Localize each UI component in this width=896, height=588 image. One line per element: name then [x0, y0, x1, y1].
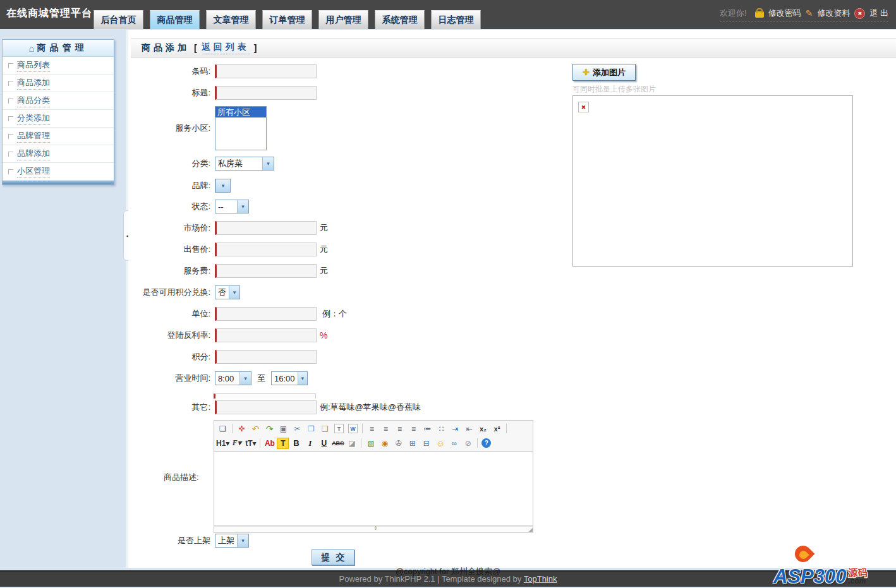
subscript-icon[interactable]: x₂ — [476, 423, 490, 435]
logout-link[interactable]: 退 出 — [869, 8, 888, 19]
home-icon: ⌂ — [28, 43, 34, 54]
sidebar-item-product-category[interactable]: 商品分类 — [3, 92, 114, 110]
unlink-icon[interactable]: ⊘ — [461, 437, 475, 449]
paste-word-icon[interactable]: W — [348, 424, 358, 433]
underline-icon[interactable]: U — [317, 437, 330, 449]
align-center-icon[interactable]: ≡ — [379, 423, 392, 435]
brand-select[interactable]: ▾ — [215, 179, 231, 193]
paste-source-icon[interactable]: ❏ — [216, 423, 229, 435]
unordered-list-icon[interactable]: ∷ — [435, 423, 448, 435]
community-label: 服务小区: — [130, 123, 215, 134]
tab-products[interactable]: 商品管理 — [150, 10, 200, 29]
market-price-input[interactable] — [215, 221, 317, 235]
print-icon[interactable]: ▣ — [277, 423, 290, 435]
hours-to-select[interactable]: 16:00 ▾ — [271, 371, 308, 385]
status-select[interactable]: -- ▾ — [215, 200, 249, 213]
editor-resize-bar[interactable]: ⇕ ◢ — [214, 526, 533, 533]
tab-system[interactable]: 系统管理 — [375, 10, 425, 29]
font-size-icon[interactable]: tT▾ — [244, 437, 257, 449]
change-profile-link[interactable]: 修改资料 — [817, 8, 850, 19]
description-label: 商品描述: — [164, 472, 199, 483]
plus-icon: ✚ — [583, 68, 590, 77]
heading-icon[interactable]: H1▾ — [216, 437, 229, 449]
sidebar-item-product-list[interactable]: 商品列表 — [3, 57, 114, 75]
sell-price-input[interactable] — [215, 243, 317, 256]
hours-from-select[interactable]: 8:00 ▾ — [215, 371, 251, 385]
tab-dashboard[interactable]: 后台首页 — [94, 10, 143, 29]
align-justify-icon[interactable]: ≡ — [407, 423, 420, 435]
category-select[interactable]: 私房菜 ▾ — [215, 157, 274, 171]
indent-icon[interactable]: ⇥ — [449, 423, 462, 435]
redo-icon[interactable]: ↷ — [263, 423, 276, 435]
description-editor: ❏ ✜ ↶ ↷ ▣ ✂ ❐ ❑ T W ≡ ≡ ≡ ≡ ≔ — [214, 420, 533, 533]
resize-handle-icon: ⇕ — [373, 525, 378, 531]
italic-icon[interactable]: I — [303, 437, 317, 449]
align-right-icon[interactable]: ≡ — [393, 423, 406, 435]
resize-corner-icon: ◢ — [529, 527, 533, 532]
app-title: 在线商城管理平台 — [6, 7, 92, 20]
sidebar-item-brand-add[interactable]: 品牌添加 — [3, 145, 114, 163]
insert-smiley-icon[interactable]: ☺ — [433, 437, 447, 449]
points-input[interactable] — [215, 350, 317, 364]
insert-link-icon[interactable]: ∞ — [447, 437, 461, 449]
sidebar-item-brand-manage[interactable]: 品牌管理 — [3, 128, 114, 145]
change-password-link[interactable]: 修改密码 — [768, 8, 801, 19]
submit-button[interactable]: 提交 — [312, 549, 354, 565]
add-image-button[interactable]: ✚ 添加图片 — [572, 64, 636, 81]
unit-input[interactable] — [215, 307, 317, 321]
header-user-area: 欢迎你! 修改密码 ✎ 修改资料 ✖ 退 出 — [720, 8, 888, 22]
copy-icon[interactable]: ❐ — [305, 423, 318, 435]
font-color-icon[interactable]: Ab — [263, 437, 276, 449]
points-exchange-select[interactable]: 否 ▾ — [215, 285, 240, 299]
align-left-icon[interactable]: ≡ — [365, 423, 378, 435]
help-icon[interactable]: ? — [481, 438, 491, 448]
row-unit: 单位: 例：个 — [130, 306, 347, 321]
other-input[interactable] — [215, 400, 317, 414]
fullscreen-icon[interactable]: ✜ — [235, 423, 248, 435]
tab-logs[interactable]: 日志管理 — [431, 10, 481, 29]
image-list-box: ✖ — [572, 95, 853, 267]
page: 在线商城管理平台 后台首页 商品管理 文章管理 订单管理 用户管理 系统管理 日… — [0, 0, 896, 588]
tab-users[interactable]: 用户管理 — [318, 10, 368, 29]
title-input[interactable] — [215, 86, 317, 100]
insert-image-icon[interactable]: ▧ — [364, 437, 377, 449]
onshelf-select[interactable]: 上架 ▾ — [215, 534, 249, 548]
row-barcode: 条码: — [130, 64, 317, 79]
tab-articles[interactable]: 文章管理 — [206, 10, 256, 29]
tab-orders[interactable]: 订单管理 — [262, 10, 312, 29]
back-to-list-link[interactable]: 返回列表 — [202, 42, 250, 54]
broken-image-icon[interactable]: ✖ — [578, 102, 589, 112]
rebate-input[interactable] — [215, 328, 317, 342]
row-market-price: 市场价: 元 — [130, 220, 328, 236]
undo-icon[interactable]: ↶ — [249, 423, 262, 435]
insert-media-icon[interactable]: ✇ — [392, 437, 405, 449]
row-status: 状态: -- ▾ — [130, 199, 249, 214]
highlight-icon[interactable]: T — [277, 438, 289, 449]
community-listbox[interactable]: 所有小区 — [215, 106, 267, 150]
community-option-selected[interactable]: 所有小区 — [215, 107, 266, 117]
font-family-icon[interactable]: F▾ — [230, 437, 243, 449]
sidebar-item-product-add[interactable]: 商品添加 — [3, 75, 114, 92]
row-rebate: 登陆反利率: % — [130, 328, 327, 343]
sidebar-item-category-add[interactable]: 分类添加 — [3, 110, 114, 128]
service-fee-input[interactable] — [215, 264, 317, 278]
barcode-input[interactable] — [215, 64, 317, 78]
bold-icon[interactable]: B — [289, 437, 303, 449]
strikethrough-icon[interactable]: ABC — [331, 437, 344, 449]
eraser-icon[interactable]: ◪ — [345, 437, 358, 449]
insert-hr-icon[interactable]: ⊟ — [420, 437, 433, 449]
description-textarea[interactable] — [214, 452, 533, 526]
insert-flash-icon[interactable]: ◉ — [378, 437, 391, 449]
sidebar-item-community-manage[interactable]: 小区管理 — [3, 163, 114, 181]
ordered-list-icon[interactable]: ≔ — [421, 423, 434, 435]
row-other: 其它: 例:草莓味@苹果味@香蕉味 — [130, 400, 421, 415]
paste-icon[interactable]: ❑ — [318, 423, 332, 435]
outdent-icon[interactable]: ⇤ — [463, 423, 476, 435]
copyright-text: @copyright for 郑州全搜索@ — [0, 566, 896, 577]
cut-icon[interactable]: ✂ — [291, 423, 304, 435]
hours-label: 营业时间: — [130, 373, 215, 384]
insert-table-icon[interactable]: ⊞ — [406, 437, 419, 449]
sidebar-title: ⌂ 商品管理 — [3, 40, 114, 57]
paste-text-icon[interactable]: T — [334, 424, 344, 433]
superscript-icon[interactable]: x² — [490, 423, 504, 435]
